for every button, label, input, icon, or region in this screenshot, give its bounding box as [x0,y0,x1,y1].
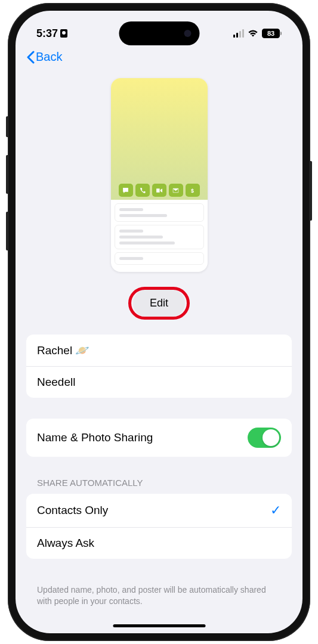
sharing-toggle[interactable] [248,428,281,448]
first-name-field[interactable]: Rachel 🪐 [26,335,292,367]
option-label: Contacts Only [37,504,108,517]
sharing-group: Name & Photo Sharing [26,419,292,457]
wifi-icon [248,29,258,38]
signal-icon [233,29,244,38]
first-name-value: Rachel 🪐 [37,343,89,357]
share-option-always-ask[interactable]: Always Ask [26,528,292,559]
mail-icon [169,184,183,197]
option-label: Always Ask [37,537,94,550]
share-option-contacts-only[interactable]: Contacts Only ✓ [26,494,292,528]
nav-bar: Back [16,47,302,67]
svg-text:$: $ [191,187,194,193]
battery-indicator: 83 [262,29,282,38]
share-auto-footer: Updated name, photo, and poster will be … [26,580,292,612]
orientation-lock-icon [60,29,67,38]
sharing-row: Name & Photo Sharing [26,419,292,457]
edit-button[interactable]: Edit [133,290,185,317]
last-name-value: Needell [37,376,75,389]
pay-icon: $ [186,184,200,197]
back-label: Back [36,50,62,64]
phone-icon [135,184,150,197]
back-button[interactable]: Back [26,50,62,64]
dynamic-island [119,21,199,45]
chevron-left-icon [26,51,35,64]
checkmark-icon: ✓ [270,503,281,518]
share-auto-group: Contacts Only ✓ Always Ask [26,494,292,559]
phone-frame: 5:37 83 [8,3,310,641]
home-indicator[interactable] [113,624,205,627]
screen: 5:37 83 [16,11,302,633]
sharing-label: Name & Photo Sharing [37,431,153,444]
video-icon [152,184,166,197]
poster-section: $ [26,67,292,335]
name-group: Rachel 🪐 Needell [26,335,292,398]
battery-percent: 83 [267,30,274,37]
content-area[interactable]: $ [16,67,302,633]
message-icon [119,184,133,197]
contact-poster-preview: $ [111,78,208,272]
share-auto-header: SHARE AUTOMATICALLY [26,478,292,494]
time-label: 5:37 [36,27,58,40]
last-name-field[interactable]: Needell [26,367,292,398]
